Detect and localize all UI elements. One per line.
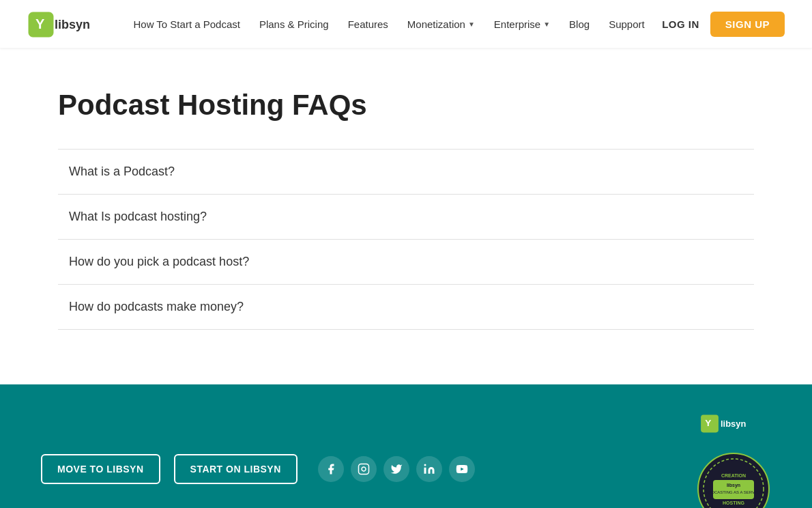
footer-logo-area: Y libsyn CREATION libsyn PODCASTING AS A… — [696, 412, 771, 508]
facebook-icon[interactable] — [318, 456, 344, 482]
faq-item-1[interactable]: What Is podcast hosting? — [58, 195, 754, 240]
page-title: Podcast Hosting FAQs — [58, 89, 754, 122]
instagram-icon[interactable] — [351, 456, 377, 482]
faq-list: What is a Podcast? What Is podcast hosti… — [58, 149, 754, 330]
faq-item-0[interactable]: What is a Podcast? — [58, 150, 754, 195]
nav-monetization[interactable]: Monetization ▼ — [407, 18, 475, 30]
enterprise-caret-icon: ▼ — [543, 20, 550, 28]
svg-point-6 — [424, 464, 426, 466]
svg-text:Y: Y — [705, 418, 711, 428]
monetization-caret-icon: ▼ — [468, 20, 475, 28]
nav-plans[interactable]: Plans & Pricing — [259, 18, 329, 30]
svg-text:libsyn: libsyn — [721, 419, 746, 429]
nav-support[interactable]: Support — [609, 18, 645, 30]
nav-features[interactable]: Features — [348, 18, 388, 30]
signup-button[interactable]: SIGN UP — [710, 12, 785, 37]
svg-text:PODCASTING AS A SERVICE: PODCASTING AS A SERVICE — [706, 490, 762, 494]
nav-how-to[interactable]: How To Start a Podcast — [133, 18, 240, 30]
site-header: Y libsyn How To Start a Podcast Plans & … — [0, 0, 812, 48]
footer-logo: Y libsyn — [699, 412, 768, 438]
site-footer: MOVE TO LIBSYN START ON LIBSYN — [0, 384, 812, 508]
footer-top: MOVE TO LIBSYN START ON LIBSYN — [41, 412, 771, 508]
svg-text:HOSTING: HOSTING — [723, 500, 744, 505]
main-content: Podcast Hosting FAQs What is a Podcast? … — [31, 48, 781, 384]
main-nav: How To Start a Podcast Plans & Pricing F… — [133, 18, 644, 30]
faq-item-2[interactable]: How do you pick a podcast host? — [58, 240, 754, 285]
nav-blog[interactable]: Blog — [569, 18, 590, 30]
header-actions: LOG IN SIGN UP — [662, 12, 785, 37]
twitter-icon[interactable] — [383, 456, 409, 482]
svg-text:libsyn: libsyn — [55, 18, 90, 31]
login-button[interactable]: LOG IN — [662, 18, 699, 30]
logo[interactable]: Y libsyn — [27, 7, 116, 41]
move-to-libsyn-button[interactable]: MOVE TO LIBSYN — [41, 454, 160, 484]
social-icons — [318, 456, 475, 482]
youtube-icon[interactable] — [449, 456, 475, 482]
svg-rect-4 — [358, 464, 368, 475]
linkedin-icon[interactable] — [416, 456, 442, 482]
svg-text:CREATION: CREATION — [721, 473, 746, 478]
paas-badge: CREATION libsyn PODCASTING AS A SERVICE … — [696, 451, 771, 508]
start-on-libsyn-button[interactable]: START ON LIBSYN — [174, 454, 298, 484]
faq-item-3[interactable]: How do podcasts make money? — [58, 285, 754, 330]
nav-enterprise[interactable]: Enterprise ▼ — [494, 18, 550, 30]
svg-text:libsyn: libsyn — [727, 483, 740, 488]
svg-text:Y: Y — [35, 16, 45, 31]
